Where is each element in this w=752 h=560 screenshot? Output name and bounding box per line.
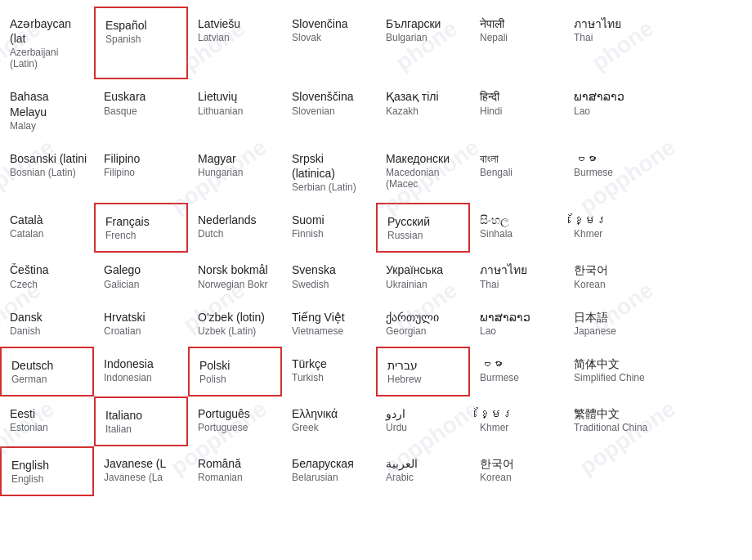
language-item[interactable]: ภาษาไทยThai xyxy=(564,7,658,79)
lang-native-name: Hindi xyxy=(480,105,557,117)
language-item[interactable]: ພາສາລາວLao xyxy=(470,300,564,347)
language-item[interactable]: বাংলাBengali xyxy=(470,141,564,203)
language-item[interactable]: සිංහලSinhala xyxy=(470,203,564,253)
lang-native-name: Macedonian (Macec xyxy=(386,167,463,190)
language-item[interactable]: DanskDanish xyxy=(0,300,94,347)
language-item[interactable]: 简体中文Simplified Chine xyxy=(564,347,658,396)
lang-display-name: বাংলা xyxy=(480,151,557,166)
language-item[interactable]: ქართულიGeorgian xyxy=(376,300,470,347)
language-item[interactable]: 한국어Korean xyxy=(564,253,658,299)
language-item[interactable]: اردوUrdu xyxy=(376,396,470,446)
language-item[interactable]: УкраїнськаUkrainian xyxy=(376,253,470,299)
language-item[interactable]: DeutschGerman xyxy=(0,347,94,396)
language-item[interactable]: EuskaraBasque xyxy=(94,79,188,141)
lang-native-name: Sinhala xyxy=(480,228,557,240)
language-item[interactable]: HrvatskiCroatian xyxy=(94,300,188,347)
lang-display-name: ພາສາລາວ xyxy=(574,89,651,104)
language-item[interactable]: ČeštinaCzech xyxy=(0,253,94,299)
language-item[interactable]: TürkçeTurkish xyxy=(282,347,376,396)
language-item[interactable]: 繁體中文Traditional China xyxy=(564,396,658,446)
lang-native-name: Hebrew xyxy=(387,374,462,385)
lang-display-name: Latviešu xyxy=(198,16,275,31)
language-item[interactable]: CatalàCatalan xyxy=(0,203,94,253)
lang-native-name: Khmer xyxy=(574,228,651,240)
language-item xyxy=(564,446,658,496)
lang-native-name: Korean xyxy=(574,279,651,290)
lang-native-name: Latvian xyxy=(198,32,275,43)
language-item[interactable]: MagyarHungarian xyxy=(188,141,282,203)
language-item[interactable]: 한국어Korean xyxy=(470,446,564,496)
language-item[interactable]: नेपालीNepali xyxy=(470,7,564,79)
language-item[interactable]: IndonesiaIndonesian xyxy=(94,347,188,396)
language-item[interactable]: SlovenčinaSlovak xyxy=(282,7,376,79)
language-item[interactable]: LietuviųLithuanian xyxy=(188,79,282,141)
language-item[interactable]: עבריתHebrew xyxy=(376,347,470,396)
language-item[interactable]: PolskiPolish xyxy=(188,347,282,396)
language-item[interactable]: ພາສາລາວLao xyxy=(564,79,658,141)
lang-native-name: Russian xyxy=(387,230,462,241)
language-item[interactable]: SuomiFinnish xyxy=(282,203,376,253)
language-item[interactable]: ItalianoItalian xyxy=(94,396,188,446)
language-item xyxy=(658,203,752,253)
language-item[interactable]: LatviešuLatvian xyxy=(188,7,282,79)
lang-native-name: Simplified Chine xyxy=(574,372,651,383)
language-item[interactable]: БългарскиBulgarian xyxy=(376,7,470,79)
language-item[interactable]: ภาษาไทยThai xyxy=(470,253,564,299)
language-item[interactable]: Norsk bokmålNorwegian Bokr xyxy=(188,253,282,299)
language-item[interactable]: RomânăRomanian xyxy=(188,446,282,496)
language-item[interactable]: ဗမာBurmese xyxy=(564,141,658,203)
lang-display-name: Bahasa Melayu xyxy=(10,89,87,119)
language-item[interactable]: FilipinoFilipino xyxy=(94,141,188,203)
language-item[interactable]: EestiEstonian xyxy=(0,396,94,446)
language-item[interactable]: FrançaisFrench xyxy=(94,203,188,253)
language-item[interactable]: ខ្មែរKhmer xyxy=(564,203,658,253)
language-item[interactable]: МакедонскиMacedonian (Macec xyxy=(376,141,470,203)
lang-display-name: Български xyxy=(386,16,463,31)
language-item[interactable]: 日本語Japanese xyxy=(564,300,658,347)
language-item[interactable]: Bahasa MelayuMalay xyxy=(0,79,94,141)
language-item[interactable]: NederlandsDutch xyxy=(188,203,282,253)
language-item[interactable]: Javanese (LJavanese (La xyxy=(94,446,188,496)
lang-display-name: Javanese (L xyxy=(104,456,181,471)
lang-display-name: Français xyxy=(105,214,180,229)
lang-native-name: Uzbek (Latin) xyxy=(198,325,275,337)
language-item xyxy=(658,300,752,347)
language-item[interactable]: БеларускаяBelarusian xyxy=(282,446,376,496)
lang-native-name: Bengali xyxy=(480,167,557,178)
lang-display-name: Čeština xyxy=(10,262,87,277)
language-item[interactable]: Tiếng ViệtVietnamese xyxy=(282,300,376,347)
lang-native-name: Romanian xyxy=(198,472,275,483)
language-item[interactable]: ខ្មែរKhmer xyxy=(470,396,564,446)
lang-display-name: Română xyxy=(198,456,275,471)
lang-native-name: Serbian (Latin) xyxy=(292,181,369,193)
lang-display-name: ខ្មែរ xyxy=(480,406,557,421)
lang-display-name: Español xyxy=(105,18,180,33)
lang-display-name: Bosanski (latini xyxy=(10,151,87,166)
language-item[interactable]: Қазақ тіліKazakh xyxy=(376,79,470,141)
lang-display-name: Русский xyxy=(387,214,462,229)
lang-display-name: ພາສາລາວ xyxy=(480,310,557,325)
lang-native-name: Polish xyxy=(199,374,274,385)
language-item[interactable]: SvenskaSwedish xyxy=(282,253,376,299)
language-item[interactable]: EspañolSpanish xyxy=(94,7,188,79)
language-item[interactable]: ဗမာBurmese xyxy=(470,347,564,396)
language-item[interactable]: Srpski (latinica)Serbian (Latin) xyxy=(282,141,376,203)
language-item[interactable]: PortuguêsPortuguese xyxy=(188,396,282,446)
language-item[interactable]: Bosanski (latiniBosnian (Latin) xyxy=(0,141,94,203)
language-item[interactable]: हिन्दीHindi xyxy=(470,79,564,141)
lang-native-name: Lao xyxy=(480,325,557,337)
language-item[interactable]: Azərbaycan (latAzerbaijani (Latin) xyxy=(0,7,94,79)
language-item[interactable]: ΕλληνικάGreek xyxy=(282,396,376,446)
language-item[interactable]: SlovenščinaSlovenian xyxy=(282,79,376,141)
lang-display-name: Eesti xyxy=(10,406,87,421)
lang-display-name: ខ្មែរ xyxy=(574,213,651,227)
language-item[interactable]: EnglishEnglish xyxy=(0,446,94,496)
lang-display-name: Slovenčina xyxy=(292,16,369,31)
lang-display-name: नेपाली xyxy=(480,16,557,31)
language-item[interactable]: O'zbek (lotin)Uzbek (Latin) xyxy=(188,300,282,347)
language-item[interactable]: РусскийRussian xyxy=(376,203,470,253)
language-item[interactable]: العربيةArabic xyxy=(376,446,470,496)
language-item[interactable]: GalegoGalician xyxy=(94,253,188,299)
lang-native-name: Georgian xyxy=(386,325,463,337)
lang-display-name: Euskara xyxy=(104,89,181,104)
